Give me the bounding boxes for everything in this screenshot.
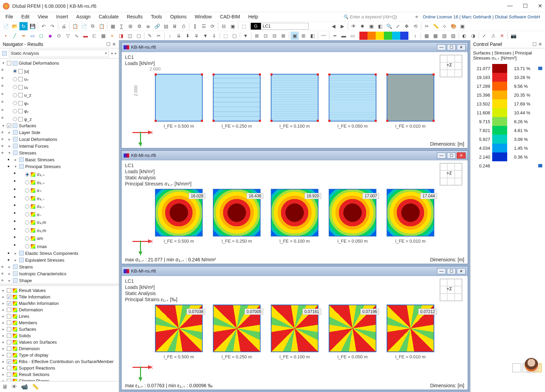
- doc-max-button[interactable]: ☐: [447, 268, 456, 274]
- window-maximize-button[interactable]: ☐: [523, 3, 528, 9]
- window-close-button[interactable]: ✕: [538, 3, 542, 9]
- doc-close-button[interactable]: ✕: [457, 152, 466, 159]
- tree-item[interactable]: Members: [19, 320, 37, 326]
- snap1-icon[interactable]: ⊡: [262, 32, 270, 40]
- tree-item[interactable]: Max/Min Information: [19, 300, 59, 307]
- tree-checkbox[interactable]: [7, 301, 11, 306]
- tree-checkbox[interactable]: [18, 69, 23, 74]
- tree-radio[interactable]: [13, 117, 17, 121]
- nav-cube[interactable]: +Z: [440, 163, 462, 185]
- menu-results[interactable]: Results: [123, 13, 146, 20]
- tree-checkbox[interactable]: [7, 372, 11, 377]
- line-icon[interactable]: ╱: [11, 32, 19, 40]
- doc-max-button[interactable]: ☐: [447, 44, 456, 50]
- panel-close-icon[interactable]: ✕: [538, 42, 542, 47]
- saveas-icon[interactable]: 💾: [28, 22, 36, 30]
- eye-icon[interactable]: 👁: [12, 384, 17, 390]
- doc-titlebar[interactable]: KB-MI-ns.rf6 — ☐ ✕: [122, 43, 468, 52]
- prev-lc-icon[interactable]: ◀: [329, 22, 338, 30]
- script-icon[interactable]: ≣: [144, 22, 152, 30]
- color-cyan-icon[interactable]: [392, 32, 400, 40]
- nav-cube[interactable]: +Z: [440, 55, 462, 77]
- check2-icon[interactable]: ✓: [480, 32, 488, 40]
- tree-item[interactable]: Result Values: [19, 287, 46, 294]
- snap2-icon[interactable]: ⊟: [270, 32, 279, 40]
- lc-combo[interactable]: LC1: [261, 23, 309, 30]
- doc-close-button[interactable]: ✕: [457, 44, 466, 50]
- tree-checkbox[interactable]: [7, 353, 11, 357]
- fit-icon[interactable]: ⤢: [394, 22, 402, 30]
- light-icon[interactable]: ✸: [358, 22, 367, 30]
- tree-radio[interactable]: [13, 93, 17, 97]
- select1-icon[interactable]: ⬚: [221, 32, 230, 40]
- render-wire-icon[interactable]: ⊞: [299, 32, 308, 40]
- rotate-icon[interactable]: ⟲: [411, 22, 420, 30]
- grid-on-icon[interactable]: ⊞: [253, 32, 261, 40]
- print-icon[interactable]: 🖨: [60, 22, 68, 30]
- tree-checkbox[interactable]: [7, 321, 11, 325]
- menu-settings-icon[interactable]: ≡: [412, 14, 421, 19]
- tree-checkbox[interactable]: [18, 109, 23, 113]
- screen-icon[interactable]: 🖥: [171, 22, 179, 30]
- tree-item[interactable]: Lines: [19, 313, 29, 320]
- cog-icon[interactable]: ⚙: [135, 22, 143, 30]
- compute-icon[interactable]: ∑: [118, 22, 126, 30]
- check-icon[interactable]: ⬚: [240, 22, 248, 30]
- mesh3-icon[interactable]: ▧: [440, 32, 448, 40]
- result1-icon[interactable]: ━: [331, 32, 339, 40]
- tree-item[interactable]: Surfaces: [19, 326, 36, 332]
- iso-icon[interactable]: ▣: [367, 22, 375, 30]
- mesh-icon[interactable]: ▦: [422, 32, 431, 40]
- menu-options[interactable]: Options: [167, 13, 190, 20]
- color-green-icon[interactable]: [384, 32, 392, 40]
- mesh2-icon[interactable]: ▩: [431, 32, 439, 40]
- panel-close-icon[interactable]: ✕: [112, 42, 116, 47]
- tree-checkbox[interactable]: [7, 379, 11, 381]
- warn-icon[interactable]: ⚠: [489, 32, 497, 40]
- menu-window[interactable]: Window: [191, 13, 215, 20]
- edit1-icon[interactable]: ✎: [146, 32, 154, 40]
- refresh-icon[interactable]: ⟳: [208, 22, 217, 30]
- eye-icon[interactable]: 👁: [349, 22, 358, 30]
- tree-item[interactable]: Support Reactions: [19, 365, 55, 371]
- node-icon[interactable]: •: [2, 32, 10, 40]
- tree-surfaces[interactable]: Surfaces: [19, 122, 36, 129]
- menu-edit[interactable]: Edit: [18, 13, 33, 20]
- hinge-icon[interactable]: ⊙: [55, 32, 63, 40]
- tree-item[interactable]: Clipping Planes: [19, 378, 49, 381]
- tree-item[interactable]: Ribs - Effective Contribution on Surface…: [19, 358, 114, 365]
- analysis-combo[interactable]: Static Analysis▾: [9, 50, 109, 57]
- tree-checkbox[interactable]: [7, 124, 11, 128]
- doc-close-button[interactable]: ✕: [457, 268, 466, 274]
- tree-checkbox[interactable]: [7, 61, 11, 65]
- surface-icon[interactable]: ▭: [28, 32, 36, 40]
- menu-view[interactable]: View: [34, 13, 51, 20]
- tree-item[interactable]: Deformation: [19, 307, 43, 313]
- window-minimize-button[interactable]: —: [507, 3, 513, 9]
- support-avatar[interactable]: [524, 357, 539, 372]
- menu-help[interactable]: Help: [245, 13, 262, 20]
- render-trans-icon[interactable]: ◧: [308, 32, 316, 40]
- legend-marker[interactable]: [538, 164, 542, 167]
- tree-item[interactable]: Result Sections: [19, 371, 49, 378]
- section-icon[interactable]: ✂: [423, 22, 431, 30]
- color-yellow-icon[interactable]: [376, 32, 384, 40]
- link-icon[interactable]: 🔗: [153, 22, 161, 30]
- tree-item[interactable]: Dimension: [19, 345, 40, 352]
- tree-radio[interactable]: [13, 69, 17, 73]
- loadplane-icon[interactable]: ▬: [81, 32, 90, 40]
- paste-icon[interactable]: 📋: [97, 22, 106, 30]
- pan-icon[interactable]: ✥: [403, 22, 411, 30]
- thickness-icon[interactable]: ≡: [108, 32, 116, 40]
- opening-icon[interactable]: ◻: [37, 32, 45, 40]
- layers-icon[interactable]: ▤: [162, 22, 170, 30]
- solid-icon[interactable]: ◆: [46, 32, 54, 40]
- tree-item[interactable]: Type of display: [19, 352, 48, 358]
- table-icon[interactable]: ▦: [109, 22, 117, 30]
- tree-checkbox[interactable]: [18, 77, 23, 81]
- load5-icon[interactable]: ▼: [201, 32, 209, 40]
- tree-radio[interactable]: [13, 77, 17, 81]
- tree-item[interactable]: Solids: [19, 332, 31, 339]
- nav-cube[interactable]: +Z: [440, 279, 462, 301]
- tree-checkbox[interactable]: [7, 346, 11, 351]
